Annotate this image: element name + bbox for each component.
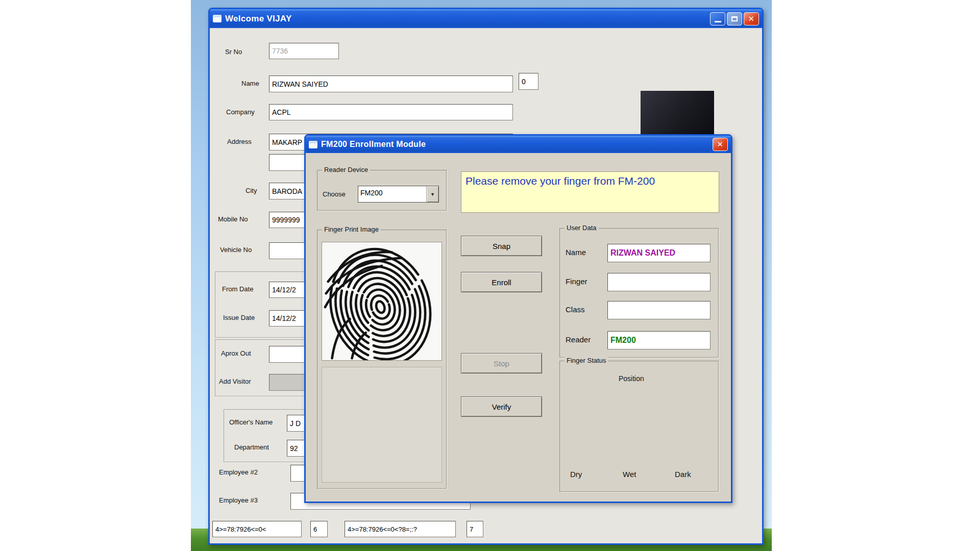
name-count-field[interactable] — [519, 73, 538, 90]
enrollment-title: FM200 Enrollment Module — [321, 140, 426, 149]
user-name-field[interactable] — [607, 244, 710, 262]
footer-num-1[interactable] — [310, 521, 328, 537]
issue-date-label: Issue Date — [223, 314, 255, 321]
chevron-down-icon: ▼ — [430, 192, 435, 197]
sr-no-field[interactable] — [269, 43, 339, 59]
footer-code-2[interactable] — [345, 521, 456, 537]
minimize-icon — [715, 21, 721, 22]
finger-print-group-title: Finger Print Image — [322, 226, 381, 233]
vehicle-no-label: Vehicle No — [220, 246, 252, 254]
verify-button[interactable]: Verify — [461, 396, 542, 417]
maximize-button[interactable] — [727, 12, 742, 26]
wet-label: Wet — [623, 470, 636, 479]
sr-no-label: Sr No — [225, 48, 242, 56]
aprox-out-label: Aprox Out — [221, 349, 251, 357]
user-class-field[interactable] — [607, 301, 710, 319]
minimize-button[interactable] — [710, 12, 725, 26]
user-reader-label: Reader — [566, 335, 591, 344]
close-button[interactable]: ✕ — [744, 12, 759, 26]
department-label: Department — [234, 443, 269, 451]
footer-num-2[interactable] — [467, 521, 483, 537]
company-field[interactable] — [269, 104, 513, 120]
company-label: Company — [226, 108, 255, 116]
enrollment-window: FM200 Enrollment Module ✕ Reader Device … — [304, 134, 732, 503]
dropdown-button[interactable]: ▼ — [426, 186, 438, 202]
enrollment-close-button[interactable]: ✕ — [713, 138, 728, 151]
user-reader-field[interactable] — [607, 331, 710, 349]
enroll-button[interactable]: Enroll — [461, 272, 542, 292]
welcome-titlebar[interactable]: Welcome VIJAY ✕ — [210, 9, 762, 28]
user-name-label: Name — [566, 248, 586, 257]
enrollment-titlebar[interactable]: FM200 Enrollment Module ✕ — [306, 136, 731, 153]
name-field[interactable] — [269, 76, 513, 92]
close-icon: ✕ — [717, 140, 724, 149]
close-icon: ✕ — [748, 14, 755, 23]
finger-status-group-title: Finger Status — [565, 357, 608, 364]
user-data-group-title: User Data — [565, 224, 599, 232]
choose-label: Choose — [323, 190, 346, 198]
address-label: Address — [227, 138, 252, 145]
status-message-box: Please remove your finger from FM-200 — [461, 171, 719, 213]
officers-name-label: Officer's Name — [229, 418, 273, 426]
capture-panel — [322, 367, 442, 483]
dry-label: Dry — [570, 470, 582, 479]
add-visitor-label: Add Visitor — [219, 378, 251, 385]
welcome-title: Welcome VIJAY — [225, 14, 292, 24]
reader-combobox-value: FM200 — [358, 186, 426, 202]
reader-device-group-title: Reader Device — [322, 166, 370, 173]
maximize-icon — [731, 16, 738, 21]
footer-code-1[interactable] — [212, 521, 302, 537]
employee2-label: Employee #2 — [219, 468, 258, 476]
name-label: Name — [241, 80, 259, 87]
stop-button: Stop — [461, 353, 542, 373]
fingerprint-image — [322, 242, 442, 361]
user-class-label: Class — [566, 305, 585, 314]
reader-combobox[interactable]: FM200 ▼ — [358, 186, 439, 203]
snap-button[interactable]: Snap — [461, 236, 542, 256]
form-icon — [309, 141, 317, 148]
fingerprint-graphic — [322, 242, 442, 360]
user-finger-field[interactable] — [607, 273, 710, 291]
position-label: Position — [619, 374, 644, 383]
employee3-label: Employee #3 — [219, 496, 258, 504]
city-label: City — [246, 187, 257, 194]
form-icon — [213, 15, 222, 22]
from-date-label: From Date — [222, 285, 253, 293]
mobile-no-label: Mobile No — [218, 215, 248, 223]
dark-label: Dark — [675, 470, 691, 479]
user-finger-label: Finger — [566, 277, 587, 286]
